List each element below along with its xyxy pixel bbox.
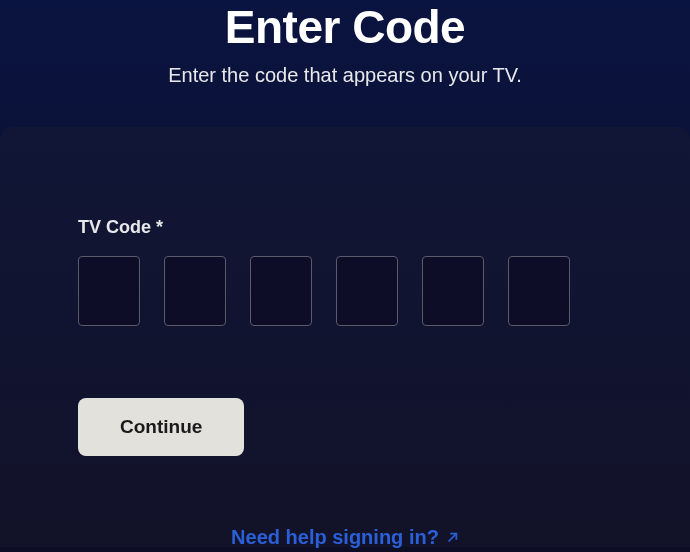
code-input-2[interactable] — [164, 256, 226, 326]
external-link-icon — [445, 531, 459, 545]
continue-button[interactable]: Continue — [78, 398, 244, 456]
code-input-6[interactable] — [508, 256, 570, 326]
code-entry-card: TV Code * Continue Need help signing in? — [0, 127, 690, 547]
header: Enter Code Enter the code that appears o… — [0, 0, 690, 87]
page-title: Enter Code — [0, 0, 690, 54]
tv-code-label: TV Code * — [78, 217, 612, 238]
code-input-3[interactable] — [250, 256, 312, 326]
help-signing-in-link[interactable]: Need help signing in? — [78, 526, 612, 549]
code-input-5[interactable] — [422, 256, 484, 326]
code-input-1[interactable] — [78, 256, 140, 326]
help-link-text: Need help signing in? — [231, 526, 439, 549]
page-subtitle: Enter the code that appears on your TV. — [0, 64, 690, 87]
code-input-group — [78, 256, 612, 326]
code-input-4[interactable] — [336, 256, 398, 326]
